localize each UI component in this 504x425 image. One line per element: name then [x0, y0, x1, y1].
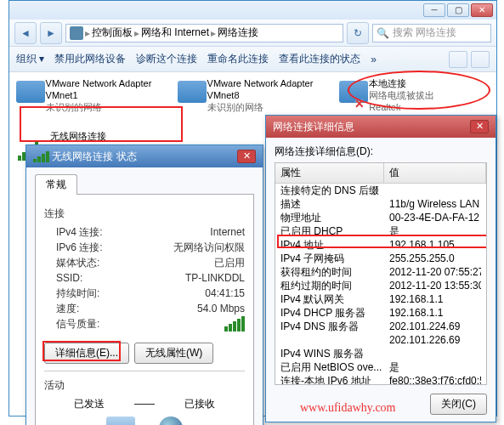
dialog-title: 无线网络连接 状态 — [52, 150, 136, 164]
value: Internet — [129, 224, 245, 240]
details-row[interactable]: 202.101.226.69 — [275, 333, 486, 347]
detail-value — [389, 184, 481, 197]
details-row[interactable]: 已启用 DHCP是 — [275, 224, 486, 238]
value: 54.0 Mbps — [129, 301, 245, 316]
col-value: 值 — [384, 163, 486, 183]
rename-button[interactable]: 重命名此连接 — [207, 52, 269, 66]
detail-key: 已启用 NetBIOS ove... — [280, 360, 389, 374]
detail-key: IPv4 地址 — [280, 238, 389, 252]
adapter-name: VMware Network Adapter VMnet1 — [46, 77, 159, 101]
detail-key: IPv4 DHCP 服务器 — [280, 306, 389, 320]
detail-key: 租约过期的时间 — [280, 279, 389, 292]
detail-key: 描述 — [280, 197, 389, 211]
detail-value: 00-23-4E-DA-FA-12 — [389, 211, 481, 224]
maximize-button[interactable]: ▢ — [447, 3, 469, 17]
details-row[interactable]: 已启用 NetBIOS ove...是 — [275, 360, 486, 374]
dash: —— — [134, 396, 155, 411]
dialog-title: 网络连接详细信息 — [273, 120, 354, 134]
adapter-name: 本地连接 — [369, 77, 482, 89]
breadcrumb-item[interactable]: 网络和 Internet — [141, 26, 209, 40]
dialog-close-button[interactable]: ✕ — [237, 150, 256, 163]
wireless-props-button[interactable]: 无线属性(W) — [134, 343, 213, 364]
diagnose-button[interactable]: 诊断这个连接 — [136, 52, 197, 66]
forward-button[interactable]: ► — [40, 22, 62, 44]
pc-icon — [106, 416, 135, 425]
detail-key: 物理地址 — [280, 211, 389, 224]
detail-value: 2012-11-20 07:55:27 — [389, 265, 481, 279]
disconnected-icon: ✕ — [354, 97, 365, 110]
detail-value: fe80::38e3:f76:cfd0:5820%13 — [389, 374, 481, 385]
label: 持续时间: — [44, 286, 129, 301]
detail-value: 202.101.226.69 — [389, 333, 481, 347]
view-status-button[interactable]: 查看此连接的状态 — [279, 52, 360, 66]
network-icon — [70, 26, 83, 40]
label: SSID: — [44, 270, 129, 286]
recv-label: 已接收 — [155, 396, 245, 411]
breadcrumb-item[interactable]: 控制面板 — [92, 26, 133, 40]
nav-bar: ◄ ► ▸ 控制面板 ▸ 网络和 Internet ▸ 网络连接 ↻ 🔍 搜索 … — [9, 20, 496, 47]
detail-key: 连接特定的 DNS 后缀 — [280, 184, 389, 197]
detail-value: 2012-11-20 13:55:30 — [389, 279, 481, 292]
detail-value: 192.168.1.105 — [389, 238, 481, 252]
detail-value: 202.101.224.69 — [389, 320, 481, 333]
details-row[interactable]: IPv4 地址192.168.1.105 — [275, 238, 486, 252]
chevron-right-icon: ▸ — [134, 27, 139, 39]
activity-heading: 活动 — [44, 378, 245, 393]
adapter-status: 网络电缆被拔出 — [369, 89, 482, 101]
breadcrumb-item[interactable]: 网络连接 — [218, 26, 258, 40]
help-button[interactable] — [471, 51, 490, 68]
sent-label: 已发送 — [44, 396, 134, 411]
dialog-titlebar: 网络连接详细信息 ✕ — [266, 116, 496, 138]
back-button[interactable]: ◄ — [14, 22, 37, 44]
details-button[interactable]: 详细信息(E)... — [44, 343, 129, 364]
signal-icon — [33, 151, 49, 162]
minimize-button[interactable]: ─ — [423, 3, 445, 17]
details-row[interactable]: IPv4 子网掩码255.255.255.0 — [275, 252, 486, 265]
detail-key: IPv4 默认网关 — [280, 292, 389, 306]
details-row[interactable]: IPv4 DHCP 服务器192.168.1.1 — [275, 306, 486, 320]
details-row[interactable]: 物理地址00-23-4E-DA-FA-12 — [275, 211, 486, 224]
detail-value: 是 — [389, 224, 481, 238]
detail-value: 是 — [389, 360, 481, 374]
detail-value — [389, 347, 481, 360]
details-row[interactable]: 获得租约的时间2012-11-20 07:55:27 — [275, 265, 486, 279]
adapter-status: 未识别的网络 — [46, 101, 159, 113]
adapter-item[interactable]: VMware Network Adapter VMnet1 未识别的网络 — [14, 77, 159, 125]
view-options-button[interactable] — [449, 51, 467, 68]
more-button[interactable]: » — [371, 54, 377, 65]
dialog-close-button[interactable]: ✕ — [470, 120, 489, 133]
search-input[interactable]: 🔍 搜索 网络连接 — [372, 24, 491, 42]
value: 04:41:15 — [129, 286, 245, 301]
details-row[interactable]: IPv4 默认网关192.168.1.1 — [275, 292, 486, 306]
detail-key: 获得租约的时间 — [280, 265, 389, 279]
signal-strength — [129, 316, 245, 336]
details-list: 属性 值 连接特定的 DNS 后缀描述11b/g Wireless LAN Mi… — [275, 162, 487, 385]
detail-key: IPv4 DNS 服务器 — [280, 320, 389, 333]
details-row[interactable]: IPv4 WINS 服务器 — [275, 347, 486, 360]
close-button[interactable]: ✕ — [471, 3, 493, 17]
detail-key — [280, 333, 389, 347]
details-row[interactable]: 连接-本地 IPv6 地址fe80::38e3:f76:cfd0:5820%13 — [275, 374, 486, 385]
connection-heading: 连接 — [44, 207, 245, 221]
chevron-right-icon: ▸ — [211, 27, 216, 39]
refresh-button[interactable]: ↻ — [347, 22, 369, 44]
tab-general[interactable]: 常规 — [35, 174, 77, 195]
adapter-icon — [14, 77, 41, 110]
detail-key: 已启用 DHCP — [280, 224, 389, 238]
adapter-status: 未识别的网络 — [207, 101, 320, 113]
disable-device-button[interactable]: 禁用此网络设备 — [54, 52, 126, 66]
wireless-status-dialog: 无线网络连接 状态 ✕ 常规 连接 IPv4 连接:Internet IPv6 … — [25, 144, 263, 425]
details-row[interactable]: 连接特定的 DNS 后缀 — [275, 184, 486, 197]
globe-icon — [159, 416, 183, 425]
dialog-titlebar: 无线网络连接 状态 ✕ — [26, 145, 263, 167]
breadcrumb[interactable]: ▸ 控制面板 ▸ 网络和 Internet ▸ 网络连接 — [65, 24, 343, 42]
adapter-icon: ✕ — [337, 77, 364, 110]
label: 媒体状态: — [44, 255, 129, 270]
details-row[interactable]: 描述11b/g Wireless LAN Mini PCI Ex — [275, 197, 486, 211]
organize-menu[interactable]: 组织 ▾ — [16, 52, 44, 66]
status-panel: 连接 IPv4 连接:Internet IPv6 连接:无网络访问权限 媒体状态… — [35, 194, 254, 425]
details-row[interactable]: 租约过期的时间2012-11-20 13:55:30 — [275, 279, 486, 292]
details-row[interactable]: IPv4 DNS 服务器202.101.224.69 — [275, 320, 486, 333]
detail-value: 255.255.255.0 — [389, 252, 481, 265]
close-button[interactable]: 关闭(C) — [430, 394, 487, 415]
